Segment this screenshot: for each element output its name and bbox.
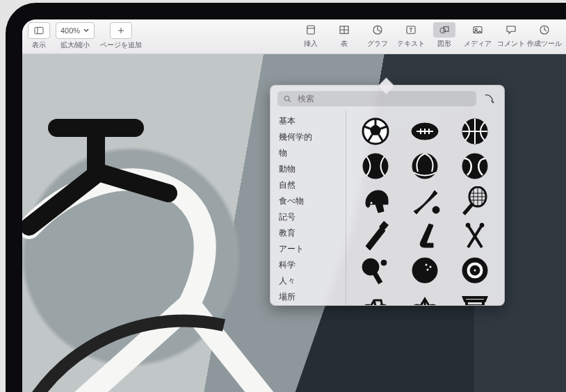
zoom-dropdown[interactable]: 400% bbox=[56, 22, 95, 39]
shape-baseball[interactable] bbox=[356, 151, 395, 181]
toolbar-insert-label: 挿入 bbox=[304, 39, 318, 49]
category-item[interactable]: 物 bbox=[270, 145, 346, 161]
shape-bowling-ball[interactable] bbox=[405, 255, 444, 286]
shape-category-list[interactable]: 基本幾何学的物動物自然食べ物記号教育アート科学人々場所活動 bbox=[270, 111, 346, 305]
svg-rect-12 bbox=[444, 27, 448, 32]
category-item[interactable]: 科学 bbox=[270, 257, 346, 273]
shape-ski-poles[interactable] bbox=[455, 220, 494, 251]
svg-point-30 bbox=[370, 202, 373, 204]
toolbar-chart-label: グラフ bbox=[367, 39, 388, 49]
svg-point-17 bbox=[284, 96, 289, 101]
shape-search-input[interactable] bbox=[296, 93, 471, 104]
shape-grid[interactable] bbox=[346, 111, 504, 305]
toolbar-insert-button[interactable]: 挿入 bbox=[295, 22, 327, 49]
shape-cricket-bat[interactable] bbox=[356, 220, 395, 251]
toolbar-comment-label: コメント bbox=[497, 39, 525, 49]
shape-ping-pong[interactable] bbox=[356, 255, 395, 286]
shape-hockey-stick[interactable] bbox=[405, 220, 444, 251]
shape-bicycle-2[interactable] bbox=[405, 290, 444, 305]
category-item[interactable]: 場所 bbox=[270, 289, 346, 305]
svg-point-36 bbox=[466, 223, 470, 227]
toolbar-shape-button[interactable]: 図形 bbox=[428, 22, 460, 49]
svg-point-31 bbox=[432, 206, 439, 213]
category-item[interactable]: アート bbox=[270, 241, 346, 257]
zoom-label: 拡大/縮小 bbox=[60, 40, 90, 50]
svg-point-42 bbox=[425, 263, 428, 266]
category-item[interactable]: 動物 bbox=[270, 161, 346, 177]
table-icon bbox=[333, 22, 355, 38]
shape-basketball[interactable] bbox=[455, 116, 494, 147]
svg-point-11 bbox=[440, 28, 446, 33]
svg-rect-4 bbox=[307, 26, 315, 34]
shape-icon bbox=[433, 22, 455, 38]
category-item[interactable]: 幾何学的 bbox=[270, 129, 346, 145]
shapes-popover: 基本幾何学的物動物自然食べ物記号教育アート科学人々場所活動 bbox=[270, 85, 505, 306]
main-toolbar: 表示 400% 拡大/縮小 ページを追加 挿入表グラフテキスト図形メディ bbox=[22, 19, 566, 54]
category-item[interactable]: 食べ物 bbox=[270, 193, 346, 209]
toolbar-authoring-label: 作成ツール bbox=[527, 39, 562, 49]
svg-rect-0 bbox=[35, 27, 43, 33]
svg-point-29 bbox=[462, 154, 487, 179]
shape-football-helmet[interactable] bbox=[356, 186, 395, 216]
chart-icon bbox=[366, 22, 389, 38]
shape-volleyball[interactable] bbox=[405, 151, 444, 181]
shape-archery-target[interactable] bbox=[455, 255, 494, 286]
toolbar-table-label: 表 bbox=[341, 39, 348, 49]
media-icon bbox=[467, 22, 489, 38]
comment-icon bbox=[500, 22, 522, 38]
zoom-value: 400% bbox=[60, 26, 80, 35]
shape-tennis-racket[interactable] bbox=[455, 186, 494, 216]
toolbar-table-button[interactable]: 表 bbox=[328, 22, 360, 49]
svg-point-48 bbox=[474, 269, 476, 272]
edit-shape-button[interactable] bbox=[482, 91, 497, 106]
toolbar-shape-label: 図形 bbox=[437, 39, 451, 49]
svg-point-41 bbox=[412, 258, 437, 283]
toolbar-text-label: テキスト bbox=[397, 39, 425, 49]
toolbar-chart-button[interactable]: グラフ bbox=[362, 22, 394, 49]
category-item[interactable]: 教育 bbox=[270, 225, 346, 241]
shape-baseball-bat[interactable] bbox=[405, 186, 444, 216]
toolbar-media-label: メディア bbox=[464, 39, 492, 49]
shape-bicycle[interactable] bbox=[356, 290, 395, 305]
svg-line-18 bbox=[289, 100, 291, 102]
search-icon bbox=[283, 95, 292, 104]
view-button[interactable] bbox=[28, 22, 50, 39]
shape-football[interactable] bbox=[405, 116, 444, 147]
view-label: 表示 bbox=[32, 40, 46, 50]
category-item[interactable]: 人々 bbox=[270, 273, 346, 289]
toolbar-media-button[interactable]: メディア bbox=[462, 22, 494, 49]
shape-tennis-ball[interactable] bbox=[455, 151, 494, 181]
text-icon bbox=[400, 22, 422, 38]
toolbar-authoring-button[interactable]: 作成ツール bbox=[528, 22, 560, 49]
insert-icon bbox=[300, 22, 322, 38]
toolbar-text-button[interactable]: テキスト bbox=[395, 22, 427, 49]
category-item[interactable]: 自然 bbox=[270, 177, 346, 193]
svg-point-40 bbox=[381, 260, 387, 266]
svg-point-44 bbox=[426, 268, 429, 271]
add-page-label: ページを追加 bbox=[100, 40, 142, 50]
category-item[interactable]: 基本 bbox=[270, 113, 346, 129]
category-item[interactable]: 記号 bbox=[270, 209, 346, 225]
svg-point-37 bbox=[480, 223, 484, 227]
toolbar-comment-button[interactable]: コメント bbox=[495, 22, 527, 49]
shape-search-field[interactable] bbox=[277, 91, 476, 106]
shape-soccer-ball[interactable] bbox=[356, 116, 395, 147]
authoring-icon bbox=[533, 22, 556, 38]
svg-point-43 bbox=[429, 266, 432, 268]
shape-torii-gate[interactable] bbox=[455, 290, 494, 305]
svg-rect-39 bbox=[373, 272, 382, 284]
document-canvas[interactable]: 基本幾何学的物動物自然食べ物記号教育アート科学人々場所活動 bbox=[22, 54, 566, 392]
add-page-button[interactable] bbox=[110, 22, 132, 39]
